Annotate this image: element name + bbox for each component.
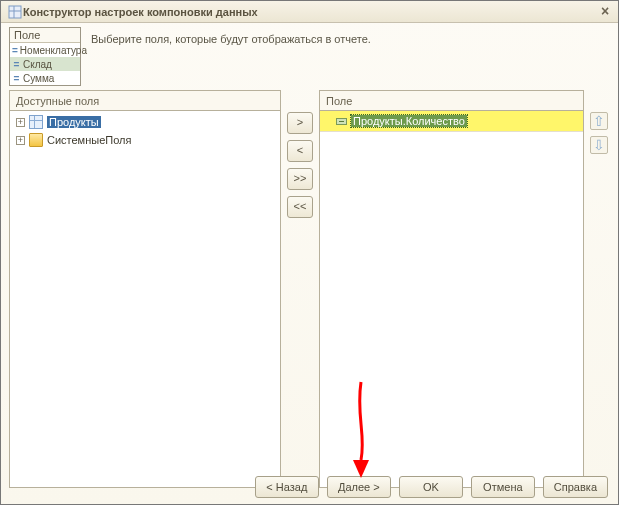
cancel-button[interactable]: Отмена	[471, 476, 535, 498]
main-area: Доступные поля + Продукты + СистемныеПол…	[1, 88, 618, 490]
transfer-buttons: > < >> <<	[285, 90, 315, 488]
svg-rect-0	[9, 6, 21, 18]
selected-fields-header: Поле	[320, 91, 583, 111]
expand-toggle[interactable]: +	[16, 136, 25, 145]
top-bar: Поле = Номенклатура = Склад = Сумма Выбе…	[1, 23, 618, 88]
back-button[interactable]: < Назад	[255, 476, 319, 498]
equals-icon: =	[12, 45, 18, 56]
remove-all-button[interactable]: <<	[287, 196, 313, 218]
add-all-button[interactable]: >>	[287, 168, 313, 190]
selected-fields-header-label: Поле	[326, 95, 577, 107]
close-button[interactable]: ×	[596, 4, 614, 20]
titlebar: Конструктор настроек компоновки данных ×	[1, 1, 618, 23]
legend-label: Склад	[23, 59, 52, 70]
remove-button[interactable]: <	[287, 140, 313, 162]
expand-toggle[interactable]: +	[16, 118, 25, 127]
selected-fields-panel: Поле Продукты.Количество	[319, 90, 584, 488]
legend-label: Номенклатура	[20, 45, 87, 56]
available-fields-header: Доступные поля	[10, 91, 280, 111]
ok-button[interactable]: OK	[399, 476, 463, 498]
legend-row-sklad[interactable]: = Склад	[10, 57, 80, 71]
available-fields-panel: Доступные поля + Продукты + СистемныеПол…	[9, 90, 281, 488]
tree-row-system-fields[interactable]: + СистемныеПоля	[12, 131, 278, 149]
folder-icon	[29, 133, 43, 147]
available-fields-header-label: Доступные поля	[16, 95, 274, 107]
move-down-button[interactable]: ⇩	[590, 136, 608, 154]
table-icon	[29, 115, 43, 129]
available-fields-body[interactable]: + Продукты + СистемныеПоля	[10, 111, 280, 487]
window: Конструктор настроек компоновки данных ×…	[0, 0, 619, 505]
minus-icon	[336, 118, 347, 125]
legend-label: Сумма	[23, 73, 54, 84]
selected-row-products-quantity[interactable]: Продукты.Количество	[320, 111, 583, 131]
legend-row-nomenclature[interactable]: = Номенклатура	[10, 43, 80, 57]
tree-label: Продукты	[47, 116, 101, 128]
selected-fields-body[interactable]: Продукты.Количество	[320, 111, 583, 487]
move-up-button[interactable]: ⇧	[590, 112, 608, 130]
footer: < Назад Далее > OK Отмена Справка	[1, 476, 618, 498]
legend-box: Поле = Номенклатура = Склад = Сумма	[9, 27, 81, 86]
legend-row-summa[interactable]: = Сумма	[10, 71, 80, 85]
selected-field-label: Продукты.Количество	[351, 115, 467, 127]
tree-label: СистемныеПоля	[47, 134, 131, 146]
tree-row-products[interactable]: + Продукты	[12, 113, 278, 131]
instruction-text: Выберите поля, которые будут отображатьс…	[91, 27, 371, 45]
window-title: Конструктор настроек компоновки данных	[23, 6, 596, 18]
help-button[interactable]: Справка	[543, 476, 608, 498]
app-icon	[7, 4, 23, 20]
equals-icon: =	[12, 73, 21, 84]
reorder-buttons: ⇧ ⇩	[588, 90, 610, 488]
next-button[interactable]: Далее >	[327, 476, 391, 498]
grid-divider	[320, 131, 583, 132]
add-button[interactable]: >	[287, 112, 313, 134]
legend-header: Поле	[10, 28, 80, 43]
equals-icon: =	[12, 59, 21, 70]
